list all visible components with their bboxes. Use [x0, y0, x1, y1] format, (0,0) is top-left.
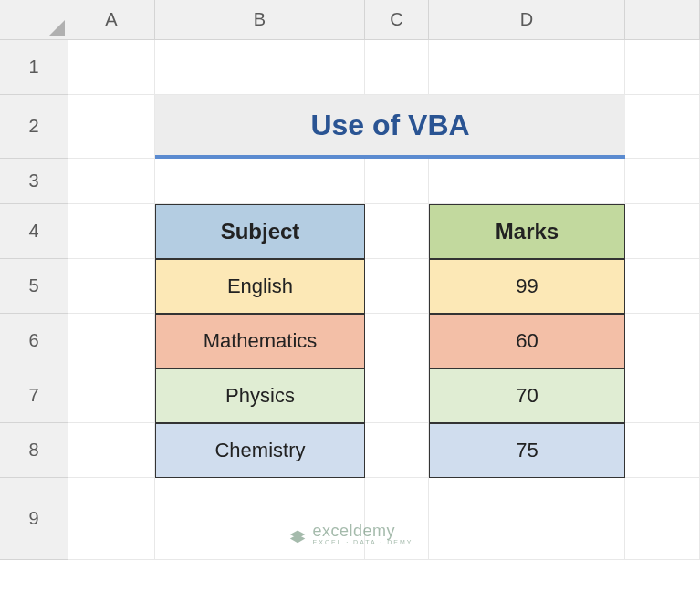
marks-chemistry[interactable]: 75	[429, 423, 625, 478]
cell-e9[interactable]	[625, 478, 700, 560]
cell-a8[interactable]	[68, 423, 155, 478]
cell-a4[interactable]	[68, 204, 155, 259]
cell-e5[interactable]	[625, 259, 700, 314]
cell-b1[interactable]	[155, 40, 365, 95]
select-all-corner[interactable]	[0, 0, 68, 40]
cell-c9[interactable]	[365, 478, 429, 560]
marks-english[interactable]: 99	[429, 259, 625, 314]
cell-c4[interactable]	[365, 204, 429, 259]
row-header-4[interactable]: 4	[0, 204, 68, 259]
row-header-6[interactable]: 6	[0, 314, 68, 368]
cell-e7[interactable]	[625, 368, 700, 423]
watermark-brand: exceldemy	[313, 523, 413, 539]
subject-english[interactable]: English	[155, 259, 365, 314]
watermark-icon	[287, 524, 308, 544]
row-header-7[interactable]: 7	[0, 368, 68, 423]
watermark-tag: EXCEL · DATA · DEMY	[313, 539, 413, 545]
col-header-c[interactable]: C	[365, 0, 429, 40]
cell-d9[interactable]	[429, 478, 625, 560]
cell-e1[interactable]	[625, 40, 700, 95]
row-header-9[interactable]: 9	[0, 478, 68, 560]
cell-a2[interactable]	[68, 95, 155, 159]
cell-d3[interactable]	[429, 159, 625, 204]
cell-e3[interactable]	[625, 159, 700, 204]
cell-d1[interactable]	[429, 40, 625, 95]
cell-e2[interactable]	[625, 95, 700, 159]
cell-a7[interactable]	[68, 368, 155, 423]
cell-c5[interactable]	[365, 259, 429, 314]
marks-header[interactable]: Marks	[429, 204, 625, 259]
cell-c3[interactable]	[365, 159, 429, 204]
cell-a9[interactable]	[68, 478, 155, 560]
subject-header[interactable]: Subject	[155, 204, 365, 259]
spreadsheet-grid: A B C D 1 2 Use of VBA 3 4 Subject Marks…	[0, 0, 700, 560]
cell-a3[interactable]	[68, 159, 155, 204]
subject-physics[interactable]: Physics	[155, 368, 365, 423]
col-header-d[interactable]: D	[429, 0, 625, 40]
cell-c8[interactable]	[365, 423, 429, 478]
row-header-2[interactable]: 2	[0, 95, 68, 159]
watermark: exceldemy EXCEL · DATA · DEMY	[287, 523, 413, 545]
subject-math[interactable]: Mathematics	[155, 314, 365, 368]
subject-chemistry[interactable]: Chemistry	[155, 423, 365, 478]
cell-e6[interactable]	[625, 314, 700, 368]
row-header-8[interactable]: 8	[0, 423, 68, 478]
col-header-b[interactable]: B	[155, 0, 365, 40]
cell-b3[interactable]	[155, 159, 365, 204]
cell-a5[interactable]	[68, 259, 155, 314]
row-header-3[interactable]: 3	[0, 159, 68, 204]
title-cell[interactable]: Use of VBA	[155, 95, 625, 159]
watermark-text: exceldemy EXCEL · DATA · DEMY	[313, 523, 413, 545]
col-header-blank[interactable]	[625, 0, 700, 40]
cell-e8[interactable]	[625, 423, 700, 478]
col-header-a[interactable]: A	[68, 0, 155, 40]
cell-e4[interactable]	[625, 204, 700, 259]
cell-c7[interactable]	[365, 368, 429, 423]
cell-c6[interactable]	[365, 314, 429, 368]
marks-physics[interactable]: 70	[429, 368, 625, 423]
row-header-1[interactable]: 1	[0, 40, 68, 95]
cell-a6[interactable]	[68, 314, 155, 368]
row-header-5[interactable]: 5	[0, 259, 68, 314]
marks-math[interactable]: 60	[429, 314, 625, 368]
cell-c1[interactable]	[365, 40, 429, 95]
cell-a1[interactable]	[68, 40, 155, 95]
cell-b9[interactable]	[155, 478, 365, 560]
